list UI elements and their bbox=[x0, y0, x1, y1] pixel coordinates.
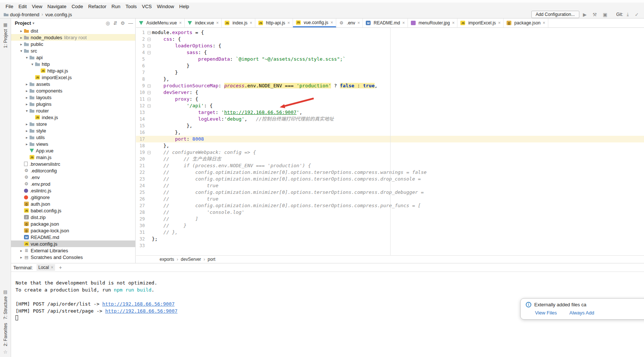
close-icon[interactable]: × bbox=[331, 20, 333, 25]
fold-icon[interactable]: − bbox=[146, 51, 152, 54]
tree-item-importExcel.js[interactable]: importExcel.js bbox=[11, 74, 135, 81]
editor-tab-.env[interactable]: .env× bbox=[336, 18, 363, 27]
editor-code-area[interactable]: 1−module.exports = {2− css: {3− loaderOp… bbox=[136, 28, 644, 255]
fold-icon[interactable]: − bbox=[146, 38, 152, 41]
terminal-tab-local[interactable]: Local × bbox=[37, 264, 55, 271]
tree-item-style[interactable]: ▸style bbox=[11, 127, 135, 134]
chevron-expanded-icon[interactable]: ▾ bbox=[30, 62, 35, 66]
tree-item-assets[interactable]: ▸assets bbox=[11, 81, 135, 87]
chevron-collapsed-icon[interactable]: ▸ bbox=[24, 82, 29, 86]
tree-item-.browserslistrc[interactable]: .browserslistrc bbox=[11, 161, 135, 167]
close-icon[interactable]: × bbox=[179, 20, 182, 26]
tree-item-App.vue[interactable]: App.vue bbox=[11, 147, 135, 154]
favorites-star-icon[interactable]: ☆ bbox=[3, 349, 8, 355]
tree-item-node_modules[interactable]: ▸node_moduleslibrary root bbox=[11, 34, 135, 41]
close-icon[interactable]: × bbox=[216, 20, 219, 26]
fold-icon[interactable]: − bbox=[146, 31, 152, 34]
editor-tab-menuRouter.jpg[interactable]: menuRouter.jpg× bbox=[408, 18, 458, 27]
menu-item-window[interactable]: Window bbox=[154, 4, 177, 9]
locate-file-icon[interactable]: ◎ bbox=[106, 20, 110, 26]
chevron-collapsed-icon[interactable]: ▸ bbox=[19, 29, 24, 33]
tree-item-http[interactable]: ▾http bbox=[11, 61, 135, 67]
chevron-expanded-icon[interactable]: ▾ bbox=[24, 55, 29, 60]
editor-tab-index.vue[interactable]: index.vue× bbox=[185, 18, 222, 27]
editor-tab-index.js[interactable]: index.js× bbox=[222, 18, 255, 27]
tree-item-auth.json[interactable]: auth.json bbox=[11, 201, 135, 207]
tree-item-dist[interactable]: ▸dist bbox=[11, 27, 135, 34]
tree-item-views[interactable]: ▸views bbox=[11, 141, 135, 147]
notification-action-always-add[interactable]: Always Add bbox=[569, 310, 594, 316]
terminal-link[interactable]: http://192.168.66.56:9007 bbox=[105, 308, 178, 314]
menu-item-view[interactable]: View bbox=[29, 4, 45, 9]
tree-item-utils[interactable]: ▸utils bbox=[11, 134, 135, 141]
git-update-icon[interactable]: ⤓ bbox=[624, 11, 631, 17]
chevron-collapsed-icon[interactable]: ▸ bbox=[19, 255, 24, 259]
terminal-link[interactable]: http://192.168.66.56:9007 bbox=[102, 301, 175, 307]
fold-icon[interactable]: − bbox=[146, 104, 152, 108]
breadcrumb-project[interactable]: duoji-frontend bbox=[10, 12, 40, 17]
new-terminal-icon[interactable]: + bbox=[59, 265, 62, 270]
tree-item-.env[interactable]: .env bbox=[11, 174, 135, 181]
tree-item-layouts[interactable]: ▸layouts bbox=[11, 94, 135, 101]
tool-window-tab-favorites[interactable]: 2: Favorites bbox=[3, 323, 8, 346]
fold-icon[interactable]: − bbox=[146, 151, 152, 154]
tree-item-plugins[interactable]: ▸plugins bbox=[11, 101, 135, 107]
tree-item-Scratches and Consoles[interactable]: ▸Scratches and Consoles bbox=[11, 254, 135, 260]
close-icon[interactable]: × bbox=[498, 20, 501, 26]
menu-item-navigate[interactable]: Navigate bbox=[45, 4, 69, 9]
close-icon[interactable]: × bbox=[357, 20, 360, 26]
menu-item-help[interactable]: Help bbox=[177, 4, 192, 9]
menu-item-run[interactable]: Run bbox=[109, 4, 123, 9]
close-icon[interactable]: × bbox=[452, 20, 454, 26]
tree-item-src[interactable]: ▾src bbox=[11, 47, 135, 54]
close-icon[interactable]: × bbox=[543, 20, 545, 26]
tool-window-tab-project[interactable]: ▦ 1: Project bbox=[3, 22, 8, 48]
tool-window-tab-structure[interactable]: ▤ 7: Structure bbox=[3, 289, 8, 319]
gear-icon[interactable]: ⚙ bbox=[120, 20, 125, 26]
menu-item-edit[interactable]: Edit bbox=[16, 4, 29, 9]
chevron-collapsed-icon[interactable]: ▸ bbox=[19, 42, 24, 46]
tree-item-package-lock.json[interactable]: package-lock.json bbox=[11, 227, 135, 234]
chevron-collapsed-icon[interactable]: ▸ bbox=[19, 249, 24, 253]
chevron-expanded-icon[interactable]: ▾ bbox=[19, 49, 24, 53]
run-icon[interactable]: ▶ bbox=[581, 12, 589, 17]
fold-icon[interactable]: − bbox=[146, 44, 152, 48]
chevron-collapsed-icon[interactable]: ▸ bbox=[24, 135, 29, 139]
tree-item-README.md[interactable]: README.md bbox=[11, 234, 135, 240]
editor-tab-package.json[interactable]: package.json× bbox=[504, 18, 548, 27]
tree-item-.env.prod[interactable]: .env.prod bbox=[11, 181, 135, 187]
tree-item-main.js[interactable]: main.js bbox=[11, 154, 135, 161]
tree-item-.editorconfig[interactable]: .editorconfig bbox=[11, 167, 135, 174]
tree-item-public[interactable]: ▸public bbox=[11, 41, 135, 47]
menu-item-file[interactable]: File bbox=[3, 4, 16, 9]
build-icon[interactable]: ⚒ bbox=[590, 12, 599, 17]
breadcrumb-port[interactable]: port bbox=[208, 257, 215, 262]
hide-panel-icon[interactable]: — bbox=[128, 20, 133, 26]
menu-item-tools[interactable]: Tools bbox=[123, 4, 139, 9]
close-icon[interactable]: × bbox=[250, 20, 252, 26]
fold-icon[interactable]: − bbox=[146, 84, 152, 88]
breadcrumb-exports[interactable]: exports bbox=[160, 257, 174, 262]
breadcrumb-file[interactable]: vue.config.js bbox=[45, 12, 72, 17]
tree-item-dist.zip[interactable]: dist.zip bbox=[11, 214, 135, 220]
close-icon[interactable]: × bbox=[51, 265, 53, 270]
close-icon[interactable]: × bbox=[402, 20, 405, 26]
tree-item-router[interactable]: ▾router bbox=[11, 107, 135, 114]
editor-tab-README.md[interactable]: README.md× bbox=[363, 18, 408, 27]
menu-item-code[interactable]: Code bbox=[69, 4, 86, 9]
editor-tab-vue.config.js[interactable]: vue.config.js× bbox=[293, 18, 336, 27]
chevron-collapsed-icon[interactable]: ▸ bbox=[24, 142, 29, 146]
editor-tab-importExcel.js[interactable]: importExcel.js× bbox=[457, 18, 504, 27]
chevron-collapsed-icon[interactable]: ▸ bbox=[24, 102, 29, 106]
tree-item-api[interactable]: ▾api bbox=[11, 54, 135, 61]
tree-item-.eslintrc.js[interactable]: .eslintrc.js bbox=[11, 187, 135, 194]
tree-item-components[interactable]: ▸components bbox=[11, 87, 135, 94]
stop-icon[interactable]: ▣ bbox=[600, 12, 609, 17]
add-configuration-button[interactable]: Add Configuration... bbox=[531, 11, 579, 18]
chevron-collapsed-icon[interactable]: ▸ bbox=[19, 36, 24, 40]
git-branch-label[interactable]: Git: bbox=[616, 12, 623, 17]
tree-item-package.json[interactable]: package.json bbox=[11, 220, 135, 227]
chevron-down-icon[interactable]: ▾ bbox=[33, 21, 34, 25]
chevron-collapsed-icon[interactable]: ▸ bbox=[24, 129, 29, 133]
fold-icon[interactable]: − bbox=[146, 91, 152, 94]
